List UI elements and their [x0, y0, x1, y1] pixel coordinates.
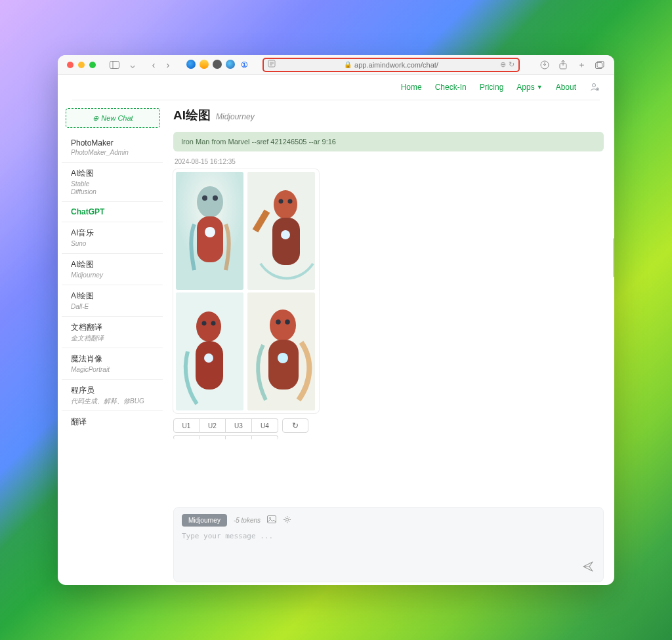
svg-rect-0 — [110, 61, 119, 68]
v3-button-partial[interactable] — [226, 435, 252, 439]
sidebar-item-subtitle: Stable Diffusion — [71, 180, 159, 196]
sidebar-item-7[interactable]: 魔法肖像MagicPortrait — [62, 348, 163, 380]
svg-point-35 — [285, 319, 290, 325]
sidebar-item-3[interactable]: AI音乐Suno — [62, 222, 163, 254]
nav-arrows: ‹ › — [148, 60, 173, 70]
main-column: AI绘图 Midjourney Iron Man from Marvel --s… — [163, 100, 614, 585]
model-pill[interactable]: Midjourney — [182, 514, 227, 527]
maximize-window-button[interactable] — [89, 62, 96, 68]
svg-rect-36 — [268, 516, 276, 523]
sidebar-item-title: PhotoMaker — [71, 138, 159, 148]
svg-point-13 — [197, 186, 223, 218]
top-nav: Home Check-In Pricing Apps ▼ About — [58, 75, 614, 100]
sidebar-item-9[interactable]: 翻译 — [62, 411, 163, 433]
svg-rect-32 — [268, 340, 299, 390]
traffic-lights — [67, 62, 96, 68]
thumb-1[interactable] — [176, 172, 243, 290]
image-attach-icon[interactable] — [267, 515, 276, 525]
upscale-row: U1 U2 U3 U4 ↻ — [173, 418, 604, 433]
u2-button[interactable]: U2 — [200, 418, 226, 433]
extension-icon-3[interactable] — [213, 60, 222, 69]
new-chat-label: New Chat — [101, 114, 133, 122]
sidebar-toggle-icon[interactable] — [109, 60, 119, 70]
svg-point-27 — [204, 353, 213, 363]
u3-button[interactable]: U3 — [226, 418, 252, 433]
minimize-window-button[interactable] — [78, 62, 85, 68]
nav-checkin[interactable]: Check-In — [435, 83, 467, 92]
sidebar-item-4[interactable]: AI绘图Midjourney — [62, 254, 163, 285]
message-input[interactable] — [182, 532, 595, 574]
new-chat-button[interactable]: ⊕ New Chat — [66, 108, 160, 128]
svg-rect-20 — [272, 218, 300, 265]
lock-icon: 🔒 — [344, 61, 352, 68]
sidebar-item-8[interactable]: 程序员代码生成、解释、修BUG — [62, 380, 163, 411]
sidebar-item-title: 魔法肖像 — [71, 353, 159, 365]
svg-point-21 — [281, 230, 290, 239]
svg-point-31 — [270, 310, 296, 341]
thumb-2[interactable] — [247, 172, 315, 290]
user-icon[interactable] — [589, 82, 600, 92]
sidebar-item-title: AI绘图 — [71, 290, 159, 302]
sidebar-item-5[interactable]: AI绘图Dall-E — [62, 285, 163, 317]
svg-point-28 — [202, 321, 207, 326]
translate-icon[interactable]: ⊕ — [500, 60, 506, 69]
sidebar-item-1[interactable]: AI绘图Stable Diffusion — [62, 163, 163, 202]
tabs-overview-icon[interactable] — [595, 60, 605, 70]
scrollbar-thumb[interactable] — [613, 238, 614, 277]
u1-button[interactable]: U1 — [173, 418, 200, 433]
thumb-4[interactable] — [247, 292, 315, 410]
settings-gear-icon[interactable] — [283, 515, 291, 526]
timestamp: 2024-08-15 16:12:35 — [175, 158, 604, 165]
svg-point-10 — [593, 84, 596, 87]
sidebar-item-2[interactable]: ChatGPT — [62, 202, 163, 222]
new-tab-icon[interactable]: ＋ — [576, 60, 587, 70]
composer: Midjourney -5 tokens — [173, 507, 604, 582]
titlebar-right: ＋ — [539, 60, 605, 70]
svg-point-34 — [276, 319, 281, 325]
extension-icon-2[interactable] — [200, 60, 209, 69]
extension-icon-5[interactable]: ① — [239, 60, 249, 70]
image-grid — [173, 169, 319, 413]
nav-pricing[interactable]: Pricing — [480, 83, 504, 92]
u4-button[interactable]: U4 — [252, 418, 278, 433]
url-bar[interactable]: 🔒 app.aimindwork.com/chat/ ⊕ ↻ — [262, 58, 520, 72]
reader-icon — [268, 60, 276, 70]
v2-button-partial[interactable] — [200, 435, 226, 439]
upscale-buttons: U1 U2 U3 U4 — [173, 418, 278, 433]
svg-point-19 — [274, 190, 297, 219]
svg-point-37 — [269, 517, 270, 519]
downloads-icon[interactable] — [539, 60, 550, 70]
svg-rect-26 — [196, 341, 223, 390]
svg-rect-8 — [596, 62, 602, 68]
share-icon[interactable] — [558, 60, 568, 70]
sidebar: ⊕ New Chat PhotoMakerPhotoMaker_AdminAI绘… — [58, 100, 163, 585]
svg-point-22 — [279, 199, 284, 204]
refresh-icon[interactable]: ↻ — [509, 60, 514, 69]
forward-button[interactable]: › — [163, 60, 173, 70]
app-body: ⊕ New Chat PhotoMakerPhotoMaker_AdminAI绘… — [58, 100, 614, 585]
extension-icon-1[interactable] — [186, 60, 196, 69]
refresh-icon: ↻ — [292, 421, 299, 430]
sidebar-item-subtitle: 代码生成、解释、修BUG — [71, 397, 159, 405]
send-button[interactable] — [582, 561, 594, 575]
v4-button-partial[interactable] — [252, 435, 278, 439]
svg-point-25 — [196, 311, 221, 342]
nav-home[interactable]: Home — [401, 83, 422, 92]
dropdown-caret-icon[interactable]: ⌄ — [127, 60, 138, 70]
prompt-display: Iron Man from Marvel --sref 421246505 --… — [173, 132, 604, 151]
sidebar-item-title: AI音乐 — [71, 228, 159, 239]
v1-button-partial[interactable] — [173, 435, 200, 439]
thumb-3[interactable] — [176, 292, 243, 410]
sidebar-item-subtitle: Suno — [71, 240, 159, 248]
reroll-button[interactable]: ↻ — [282, 418, 308, 433]
close-window-button[interactable] — [67, 62, 74, 68]
svg-point-17 — [213, 195, 218, 201]
nav-about[interactable]: About — [556, 83, 576, 92]
sidebar-item-0[interactable]: PhotoMakerPhotoMaker_Admin — [62, 133, 163, 163]
nav-apps-label: Apps — [516, 83, 534, 92]
sidebar-item-6[interactable]: 文档翻译全文档翻译 — [62, 317, 163, 348]
nav-apps[interactable]: Apps ▼ — [516, 83, 542, 92]
back-button[interactable]: ‹ — [148, 60, 159, 70]
sidebar-item-title: 文档翻译 — [71, 322, 159, 333]
extension-icon-4[interactable] — [226, 60, 235, 69]
